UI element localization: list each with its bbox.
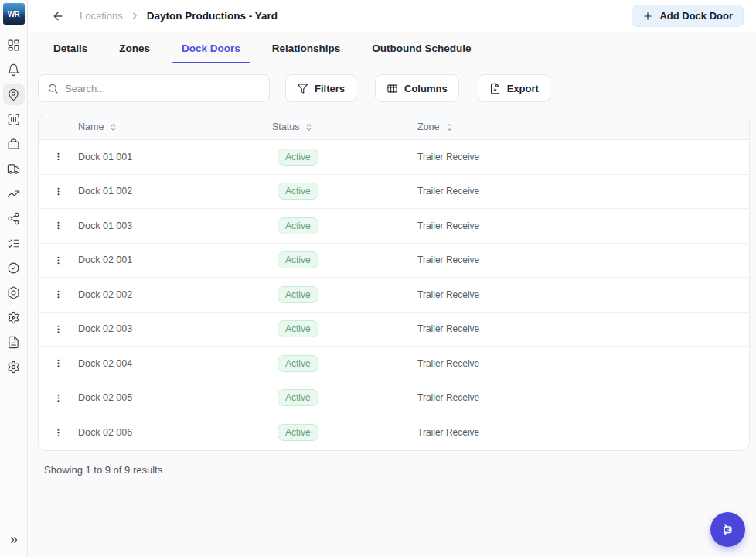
column-header-zone[interactable]: Zone (417, 121, 749, 132)
tab-details[interactable]: Details (44, 43, 97, 63)
status-cell: Active (272, 355, 417, 372)
dock-name: Dock 01 001 (78, 152, 272, 162)
truck-icon (7, 162, 20, 176)
search-input[interactable] (65, 83, 261, 94)
share-network-icon (7, 212, 20, 225)
row-menu-button[interactable] (50, 320, 67, 337)
column-label-status: Status (272, 121, 299, 132)
back-button[interactable] (50, 9, 66, 24)
table-row[interactable]: Dock 02 006 Active Trailer Receive (39, 415, 749, 450)
zone-value: Trailer Receive (417, 220, 749, 231)
table-body: Dock 01 001 Active Trailer Receive Dock … (39, 140, 749, 450)
tab-relationships[interactable]: Relationships (263, 43, 350, 63)
chevrons-right-icon (9, 535, 19, 545)
status-cell: Active (272, 320, 417, 337)
dock-name: Dock 01 002 (78, 186, 272, 196)
sidebar-item-settings[interactable] (3, 354, 25, 379)
zone-value: Trailer Receive (417, 152, 749, 162)
bag-icon (7, 138, 20, 151)
row-menu-button[interactable] (50, 389, 67, 406)
table-toolbar: Filters Columns Export (38, 74, 750, 102)
assistant-chat-fab[interactable] (710, 512, 745, 547)
results-count: Showing 1 to 9 of 9 results (38, 464, 750, 476)
filters-button[interactable]: Filters (285, 74, 356, 102)
sidebar-item-bag[interactable] (3, 132, 25, 156)
row-menu-button[interactable] (50, 286, 67, 303)
dock-name: Dock 01 003 (78, 220, 272, 231)
columns-label: Columns (404, 83, 448, 94)
table-row[interactable]: Dock 02 001 Active Trailer Receive (39, 244, 749, 278)
filters-label: Filters (315, 83, 345, 94)
sidebar-item-automation[interactable] (3, 305, 25, 330)
main-area: Locations Dayton Productions - Yard Add … (28, 0, 756, 557)
table-grid-icon (387, 83, 398, 94)
status-cell: Active (272, 149, 417, 166)
dock-name: Dock 02 002 (78, 289, 272, 300)
sidebar-item-notifications[interactable] (3, 57, 25, 82)
page-title: Dayton Productions - Yard (147, 10, 278, 22)
row-menu-button[interactable] (50, 217, 67, 234)
sidebar-item-trends[interactable] (3, 181, 25, 206)
dock-doors-table: Name Status Zone (38, 114, 750, 451)
arrow-left-icon (52, 10, 64, 22)
zone-value: Trailer Receive (417, 358, 749, 369)
table-row[interactable]: Dock 01 002 Active Trailer Receive (39, 175, 749, 210)
tab-outbound-schedule[interactable]: Outbound Schedule (363, 43, 480, 63)
status-badge: Active (278, 355, 318, 372)
zone-value: Trailer Receive (417, 255, 749, 265)
sidebar-item-truck[interactable] (3, 156, 25, 181)
app-window: WR (0, 0, 756, 557)
breadcrumb-parent-link[interactable]: Locations (80, 10, 123, 22)
sidebar: WR (0, 0, 28, 557)
sort-icon (304, 122, 314, 132)
zone-value: Trailer Receive (417, 427, 749, 438)
add-dock-door-button[interactable]: Add Dock Door (632, 5, 744, 27)
sidebar-item-locations[interactable] (3, 84, 25, 105)
table-row[interactable]: Dock 02 004 Active Trailer Receive (39, 347, 749, 381)
zone-value: Trailer Receive (417, 323, 749, 334)
dashboard-icon (7, 39, 20, 52)
tab-dock-doors[interactable]: Dock Doors (172, 43, 250, 63)
zone-value: Trailer Receive (417, 289, 749, 300)
kebab-menu-icon (53, 220, 63, 231)
sidebar-item-dashboard[interactable] (3, 32, 25, 57)
circle-check-icon (7, 261, 20, 275)
sidebar-item-documents[interactable] (3, 330, 25, 354)
scan-icon (7, 113, 20, 126)
row-menu-button[interactable] (50, 183, 67, 200)
row-menu-button[interactable] (50, 355, 67, 372)
sidebar-item-hub[interactable] (3, 280, 25, 305)
list-checks-icon (7, 237, 20, 250)
row-menu-button[interactable] (50, 251, 67, 268)
kebab-menu-icon (53, 358, 63, 368)
row-menu-button[interactable] (50, 149, 67, 166)
export-button[interactable]: Export (478, 74, 550, 102)
table-row[interactable]: Dock 02 002 Active Trailer Receive (39, 278, 749, 313)
sidebar-expand-button[interactable] (3, 529, 25, 551)
table-row[interactable]: Dock 02 005 Active Trailer Receive (39, 381, 749, 416)
row-menu-button[interactable] (50, 424, 67, 441)
status-badge: Active (278, 389, 318, 406)
table-row[interactable]: Dock 01 003 Active Trailer Receive (39, 209, 749, 244)
table-row[interactable]: Dock 02 003 Active Trailer Receive (39, 313, 749, 347)
chat-bot-icon (720, 521, 736, 538)
status-cell: Active (272, 286, 417, 303)
sidebar-item-scan[interactable] (3, 107, 25, 132)
app-logo[interactable]: WR (3, 3, 25, 25)
columns-button[interactable]: Columns (375, 74, 459, 102)
kebab-menu-icon (53, 255, 63, 265)
table-row[interactable]: Dock 01 001 Active Trailer Receive (39, 140, 749, 175)
column-header-status[interactable]: Status (272, 121, 417, 132)
sort-icon (444, 122, 455, 132)
column-header-name[interactable]: Name (78, 121, 272, 132)
chevron-right-icon (130, 11, 140, 21)
column-label-name: Name (78, 121, 104, 132)
hexagon-hub-icon (7, 286, 20, 299)
tab-zones[interactable]: Zones (110, 43, 159, 63)
sidebar-item-tasks[interactable] (3, 231, 25, 255)
filter-funnel-icon (297, 83, 308, 94)
sidebar-item-checks[interactable] (3, 255, 25, 280)
sidebar-item-network[interactable] (3, 206, 25, 231)
sort-icon (108, 122, 118, 132)
status-badge: Active (278, 149, 318, 166)
